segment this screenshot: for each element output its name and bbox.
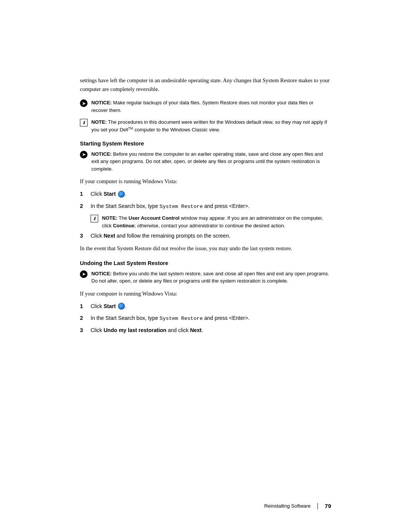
notice-1-text: NOTICE: Make regular backups of your dat…	[91, 99, 331, 114]
page-container: settings have left the computer in an un…	[0, 0, 411, 532]
section2-steps-list: 1 Click Start . 2 In the Start Search bo…	[80, 302, 331, 335]
section2-notice-block: ➤ NOTICE: Before you undo the last syste…	[80, 270, 331, 285]
notice-block-1: ➤ NOTICE: Make regular backups of your d…	[80, 99, 331, 114]
note-block-1: ℹ NOTE: The procedures in this document …	[80, 118, 331, 133]
section1-steps-list: 1 Click Start . 2 In the Start Search bo…	[80, 190, 331, 211]
section1-running-text: If your computer is running Windows Vist…	[80, 177, 331, 186]
section1-notice-block: ➤ NOTICE: Before you restore the compute…	[80, 150, 331, 173]
step-2-3: 3 Click Undo my last restoration and cli…	[80, 326, 331, 335]
section1-sub-note-icon: ℹ	[91, 215, 98, 222]
step-2-2: 2 In the Start Search box, type System R…	[80, 314, 331, 323]
step-1-1: 1 Click Start .	[80, 190, 331, 198]
section2-heading: Undoing the Last System Restore	[80, 260, 331, 266]
section2-notice-text: NOTICE: Before you undo the last system …	[91, 270, 331, 285]
section1-notice-arrow-icon: ➤	[80, 151, 88, 158]
footer-page-number: 79	[325, 503, 331, 509]
section1-step3-list: 3 Click Next and follow the remaining pr…	[80, 232, 331, 240]
note-1-text: NOTE: The procedures in this document we…	[91, 118, 331, 133]
footer-label: Reinstalling Software	[264, 503, 311, 509]
section2-notice-arrow-icon: ➤	[80, 270, 88, 278]
intro-text: settings have left the computer in an un…	[80, 76, 331, 94]
section1-sub-note-block: ℹ NOTE: The User Account Control window …	[91, 214, 331, 229]
section1-sub-note-text: NOTE: The User Account Control window ma…	[102, 214, 331, 229]
page-footer: Reinstalling Software 79	[264, 503, 331, 509]
section2-running-text: If your computer is running Windows Vist…	[80, 289, 331, 298]
step-1-2: 2 In the Start Search box, type System R…	[80, 202, 331, 211]
section1-heading: Starting System Restore	[80, 141, 331, 147]
notice-arrow-icon: ➤	[80, 99, 88, 107]
windows-start-icon-1	[118, 191, 125, 198]
footer-divider	[317, 503, 318, 509]
section1-notice-text: NOTICE: Before you restore the computer …	[91, 150, 331, 173]
windows-start-icon-2	[118, 303, 125, 310]
note-icon: ℹ	[80, 119, 88, 126]
step-1-3: 3 Click Next and follow the remaining pr…	[80, 232, 331, 240]
step-2-1: 1 Click Start .	[80, 302, 331, 311]
section1-closing-text: In the event that System Restore did not…	[80, 244, 331, 253]
